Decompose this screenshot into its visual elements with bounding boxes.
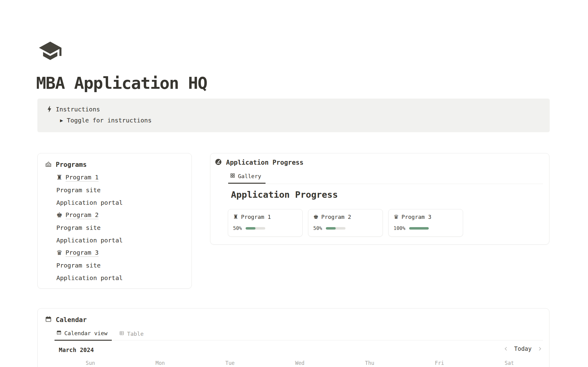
- list-item: Application portal: [56, 196, 123, 209]
- tab-table[interactable]: Table: [117, 330, 148, 341]
- tab-table-label: Table: [127, 331, 144, 337]
- tab-calendar-view-label: Calendar view: [64, 330, 107, 336]
- toggle-triangle-icon[interactable]: ▶: [60, 118, 63, 122]
- tab-divider: [230, 184, 543, 184]
- list-item: Application portal: [56, 234, 123, 246]
- chess-king-icon: ♚: [313, 214, 318, 220]
- mba-application-hq-page: MBA Application HQ Instructions ▶ Toggle…: [0, 0, 588, 367]
- table-icon: [119, 331, 124, 337]
- toggle-label: Toggle for instructions: [67, 117, 152, 124]
- school-building-icon: [45, 161, 52, 169]
- gallery-row: ♜ Program 1 50% ♚ Program 2 50%: [228, 209, 463, 237]
- list-item: ♚ Program 2: [56, 209, 123, 221]
- gallery-card-name: Program 3: [401, 214, 432, 220]
- tab-calendar-view[interactable]: Calendar view: [55, 330, 112, 341]
- list-item: ♜ Program 1: [56, 171, 123, 184]
- application-progress-title: Application Progress: [226, 159, 303, 166]
- today-button[interactable]: Today: [514, 345, 532, 352]
- instructions-callout: Instructions ▶ Toggle for instructions: [37, 99, 550, 132]
- tab-gallery-label: Gallery: [238, 173, 261, 179]
- page-title: MBA Application HQ: [36, 73, 207, 93]
- month-label: March 2024: [59, 346, 94, 353]
- progress-bar: [409, 227, 429, 230]
- programs-list: ♜ Program 1 Program site Application por…: [56, 171, 123, 284]
- chess-queen-icon: ♛: [56, 249, 62, 256]
- gallery-card-name: Program 1: [241, 214, 271, 220]
- chess-rook-icon: ♜: [233, 214, 238, 220]
- progress-percent: 50%: [233, 225, 242, 231]
- gallery-card-program-3[interactable]: ♛ Program 3 100%: [388, 209, 463, 237]
- application-portal-text: Application portal: [56, 274, 123, 282]
- progress-percent: 50%: [313, 225, 322, 231]
- weekday-thu: Thu: [335, 360, 405, 366]
- callout-title: Instructions: [56, 106, 100, 113]
- gauge-icon: [215, 158, 222, 167]
- chess-queen-icon: ♛: [394, 214, 399, 220]
- program-site-text: Program site: [56, 262, 101, 269]
- calendar-title: Calendar: [56, 316, 87, 324]
- program-site-text: Program site: [56, 186, 101, 194]
- weekday-header-row: Sun Mon Tue Wed Thu Fri Sat: [55, 360, 544, 366]
- gallery-card-name: Program 2: [321, 214, 351, 220]
- application-portal-text: Application portal: [56, 237, 123, 244]
- gallery-heading: Application Progress: [231, 189, 338, 200]
- progress-percent: 100%: [394, 225, 405, 231]
- progress-bar: [326, 227, 345, 230]
- progress-bar-fill: [409, 227, 429, 230]
- programs-title: Programs: [56, 161, 87, 168]
- weekday-wed: Wed: [265, 360, 335, 366]
- chevron-left-icon[interactable]: [503, 346, 509, 351]
- calendar-tabs: Calendar view Table: [55, 330, 148, 341]
- gallery-grid-icon: [230, 173, 235, 179]
- program-3-link[interactable]: Program 3: [66, 249, 99, 257]
- weekday-tue: Tue: [195, 360, 265, 366]
- program-2-link[interactable]: Program 2: [66, 211, 99, 219]
- calendar-icon: [45, 316, 52, 324]
- program-site-text: Program site: [56, 224, 101, 231]
- gallery-card-program-1[interactable]: ♜ Program 1 50%: [228, 209, 303, 237]
- list-item: Program site: [56, 184, 123, 196]
- weekday-sun: Sun: [55, 360, 125, 366]
- calendar-view-icon: [56, 330, 62, 336]
- gallery-card-program-2[interactable]: ♚ Program 2 50%: [308, 209, 383, 237]
- list-item: Application portal: [56, 272, 123, 284]
- list-item: ♛ Program 3: [56, 246, 123, 259]
- programs-card: Programs ♜ Program 1 Program site Applic…: [37, 153, 192, 289]
- chevron-right-icon[interactable]: [537, 346, 542, 351]
- weekday-mon: Mon: [125, 360, 195, 366]
- list-item: Program site: [56, 259, 123, 272]
- progress-bar-fill: [246, 227, 255, 230]
- graduation-cap-icon[interactable]: [37, 39, 64, 64]
- progress-bar: [246, 227, 265, 230]
- list-item: Program site: [56, 221, 123, 234]
- tab-gallery[interactable]: Gallery: [228, 173, 266, 184]
- chess-king-icon: ♚: [56, 212, 62, 219]
- weekday-sat: Sat: [474, 360, 544, 366]
- today-navigation: Today: [503, 345, 542, 352]
- application-portal-text: Application portal: [56, 199, 123, 206]
- program-1-link[interactable]: Program 1: [66, 174, 99, 182]
- progress-bar-fill: [326, 227, 336, 230]
- lightning-bolt-icon: [45, 105, 53, 114]
- chess-rook-icon: ♜: [56, 174, 62, 181]
- instructions-toggle[interactable]: ▶ Toggle for instructions: [60, 117, 152, 124]
- application-progress-card: Application Progress Gallery Application…: [210, 153, 549, 245]
- weekday-fri: Fri: [405, 360, 474, 366]
- calendar-card: Calendar Calendar view: [37, 308, 549, 367]
